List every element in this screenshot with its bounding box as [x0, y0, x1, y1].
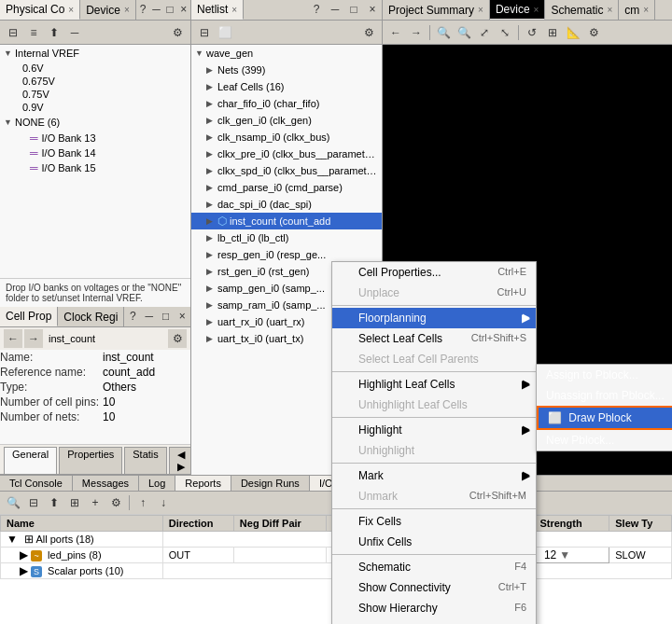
- close-device2-tab[interactable]: ×: [534, 5, 539, 15]
- netlist-min[interactable]: ─: [326, 0, 344, 19]
- tab-physical[interactable]: Physical Co ×: [0, 0, 80, 20]
- tab-log[interactable]: Log: [139, 476, 175, 491]
- device-canvas[interactable]: [383, 45, 672, 475]
- bank-14[interactable]: ═ I/O Bank 14: [0, 146, 190, 160]
- fit-btn[interactable]: ⤢: [475, 23, 494, 42]
- zoom-in-btn[interactable]: 🔍: [434, 23, 453, 42]
- close-physical-tab[interactable]: ×: [68, 5, 74, 15]
- drive-strength-value[interactable]: 12 ▼: [505, 548, 609, 563]
- cell-prop-arrow-right[interactable]: →: [24, 329, 43, 348]
- tab-reports[interactable]: Reports: [175, 476, 231, 491]
- grid-btn[interactable]: ⊞: [543, 23, 562, 42]
- close-panel-btn[interactable]: ×: [176, 0, 190, 19]
- netlist-rst-gen[interactable]: ▶ rst_gen_i0 (rst_gen): [191, 263, 382, 280]
- tab-cell-prop[interactable]: Cell Prop: [0, 307, 58, 326]
- maximize-icon[interactable]: □: [163, 0, 177, 19]
- table-row[interactable]: ▼ ⊞ All ports (18): [1, 532, 672, 548]
- netlist-wave-gen[interactable]: ▼ wave_gen: [191, 45, 382, 62]
- tab-cm[interactable]: cm ×: [619, 0, 655, 20]
- nav-back-btn[interactable]: ←: [386, 23, 405, 42]
- netlist-question[interactable]: ?: [307, 0, 326, 19]
- netlist-collapse-btn[interactable]: ⊟: [195, 23, 214, 42]
- close-cm-tab[interactable]: ×: [643, 5, 649, 15]
- close-device-tab[interactable]: ×: [124, 5, 130, 15]
- cell-prop-max[interactable]: □: [158, 307, 175, 326]
- ruler-btn[interactable]: 📐: [564, 23, 582, 42]
- netlist-clk-nsamp[interactable]: ▶ clk_nsamp_i0 (clkx_bus): [191, 129, 382, 146]
- table-row[interactable]: ▶ ~ led_pins (8) OUT: [1, 548, 672, 563]
- table-row[interactable]: ▶ S Scalar ports (10): [1, 563, 672, 579]
- io-scroll-up[interactable]: ↑: [133, 493, 152, 512]
- cell-prop-close[interactable]: ×: [174, 307, 190, 326]
- minimize-icon[interactable]: ─: [149, 0, 163, 19]
- tab-device2[interactable]: Device ×: [490, 0, 546, 20]
- netlist-nets[interactable]: ▶ Nets (399): [191, 62, 382, 78]
- tab-device[interactable]: Device ×: [80, 0, 136, 20]
- close-summary-tab[interactable]: ×: [478, 5, 483, 15]
- netlist-cmd-parse[interactable]: ▶ cmd_parse_i0 (cmd_parse): [191, 179, 382, 196]
- cell-prop-gear[interactable]: ⚙: [168, 329, 187, 348]
- collapse-all-btn[interactable]: ⊟: [4, 23, 22, 42]
- up-btn[interactable]: ⬆: [45, 23, 63, 42]
- netlist-char-fifo[interactable]: ▶ char_fifo_i0 (char_fifo): [191, 95, 382, 112]
- vref-0-675v[interactable]: 0.675V: [0, 75, 190, 88]
- vref-0-6v[interactable]: 0.6V: [0, 62, 190, 75]
- netlist-lb-ctl[interactable]: ▶ lb_ctl_i0 (lb_ctl): [191, 229, 382, 246]
- bank-13[interactable]: ═ I/O Bank 13: [0, 131, 190, 146]
- netlist-max[interactable]: □: [344, 0, 363, 19]
- tab-tcl-console[interactable]: Tcl Console: [0, 476, 73, 491]
- rotate-btn[interactable]: ↺: [523, 23, 541, 42]
- internal-vref-header[interactable]: ▼ Internal VREF: [0, 45, 190, 62]
- tab-project-summary[interactable]: Project Summary ×: [383, 0, 490, 20]
- vref-0-75v[interactable]: 0.75V: [0, 88, 190, 101]
- prop-tab-properties[interactable]: Properties: [59, 447, 122, 474]
- netlist-leaf-cells[interactable]: ▶ Leaf Cells (16): [191, 78, 382, 95]
- cell-prop-arrow-left[interactable]: ←: [4, 329, 22, 348]
- io-expand-btn[interactable]: ⬆: [45, 493, 63, 512]
- prop-tab-statis[interactable]: Statis: [124, 447, 167, 474]
- vref-0-9v[interactable]: 0.9V: [0, 101, 190, 114]
- prop-tab-4[interactable]: ◀ ▶: [169, 447, 190, 474]
- netlist-samp-gen[interactable]: ▶ samp_gen_i0 (samp_...: [191, 280, 382, 297]
- netlist-close[interactable]: ×: [363, 0, 382, 19]
- netlist-uart-rx[interactable]: ▶ uart_rx_i0 (uart_rx): [191, 313, 382, 330]
- netlist-inst-count[interactable]: ▶ ⬡ inst_count (count_add: [191, 213, 382, 229]
- bank-15[interactable]: ═ I/O Bank 15: [0, 160, 190, 175]
- device-gear[interactable]: ⚙: [584, 23, 603, 42]
- cell-prop-min[interactable]: ─: [141, 307, 158, 326]
- none-group-header[interactable]: ▼ NONE (6): [0, 114, 190, 131]
- minus-btn[interactable]: ─: [65, 23, 84, 42]
- cell-prop-question[interactable]: ?: [124, 307, 141, 326]
- netlist-gear[interactable]: ⚙: [359, 23, 378, 42]
- gear-icon[interactable]: ⚙: [168, 23, 187, 42]
- io-collapse-btn[interactable]: ⊟: [24, 493, 43, 512]
- dropdown-arrow[interactable]: ▼: [559, 548, 570, 562]
- io-settings-btn[interactable]: ⚙: [106, 493, 125, 512]
- prop-tab-general[interactable]: General: [4, 447, 57, 474]
- zoom-out-btn[interactable]: 🔍: [455, 23, 473, 42]
- fit-selection-btn[interactable]: ⤡: [496, 23, 514, 42]
- netlist-resp-gen[interactable]: ▶ resp_gen_i0 (resp_ge...: [191, 246, 382, 263]
- question-icon[interactable]: ?: [136, 0, 150, 19]
- netlist-schematic-btn[interactable]: ⬜: [216, 23, 234, 42]
- expand-all-btn[interactable]: ≡: [24, 23, 43, 42]
- nav-forward-btn[interactable]: →: [407, 23, 426, 42]
- netlist-samp-ram[interactable]: ▶ samp_ram_i0 (samp_...: [191, 297, 382, 313]
- netlist-dac-spi[interactable]: ▶ dac_spi_i0 (dac_spi): [191, 196, 382, 213]
- netlist-uart-tx[interactable]: ▶ uart_tx_i0 (uart_tx): [191, 330, 382, 347]
- tab-messages[interactable]: Messages: [73, 476, 139, 491]
- netlist-clkx-spd[interactable]: ▶ clkx_spd_i0 (clkx_bus__parameterized): [191, 162, 382, 179]
- io-search-btn[interactable]: 🔍: [4, 493, 22, 512]
- io-ports-table[interactable]: Name Direction Neg Diff Pair Package Pin…: [0, 515, 672, 624]
- close-schematic-tab[interactable]: ×: [607, 5, 612, 15]
- tab-netlist[interactable]: Netlist ×: [191, 0, 244, 20]
- tab-design-runs[interactable]: Design Runs: [231, 476, 310, 491]
- netlist-clk-gen[interactable]: ▶ clk_gen_i0 (clk_gen): [191, 112, 382, 129]
- close-netlist-tab[interactable]: ×: [231, 5, 237, 15]
- io-scroll-down[interactable]: ↓: [154, 493, 173, 512]
- tab-clock-regi[interactable]: Clock Regi: [58, 307, 124, 326]
- tab-schematic[interactable]: Schematic ×: [545, 0, 619, 20]
- netlist-clkx-pre[interactable]: ▶ clkx_pre_i0 (clkx_bus__parameterized): [191, 146, 382, 162]
- io-add-btn[interactable]: +: [86, 493, 105, 512]
- io-group-btn[interactable]: ⊞: [65, 493, 84, 512]
